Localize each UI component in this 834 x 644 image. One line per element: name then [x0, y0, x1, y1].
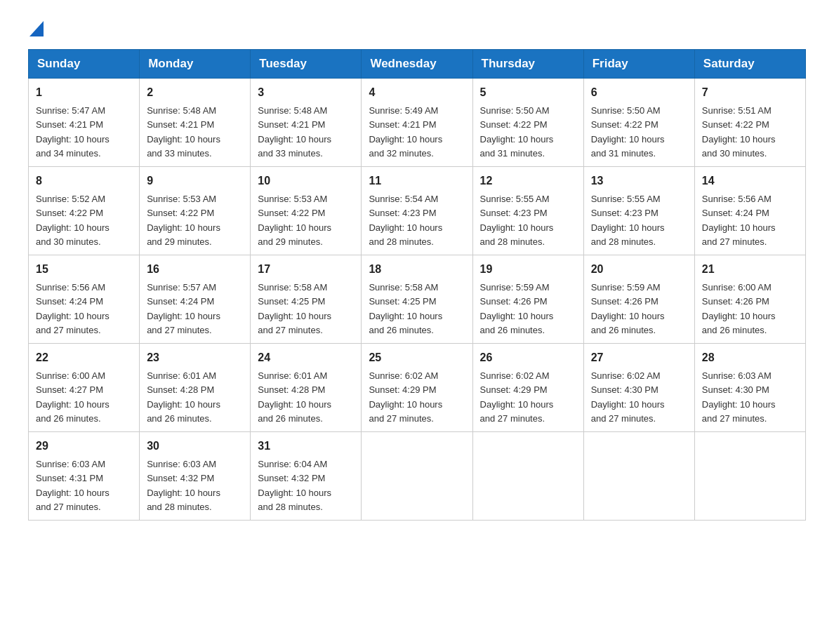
day-info: Sunrise: 5:53 AMSunset: 4:22 PMDaylight:… [258, 194, 331, 247]
day-number: 16 [147, 261, 243, 278]
day-info: Sunrise: 6:01 AMSunset: 4:28 PMDaylight:… [258, 370, 331, 424]
day-info: Sunrise: 5:53 AMSunset: 4:22 PMDaylight:… [147, 194, 220, 247]
calendar-cell: 11Sunrise: 5:54 AMSunset: 4:23 PMDayligh… [362, 167, 472, 255]
calendar-cell: 10Sunrise: 5:53 AMSunset: 4:22 PMDayligh… [251, 167, 362, 255]
day-number: 29 [36, 438, 132, 455]
calendar-cell: 6Sunrise: 5:50 AMSunset: 4:22 PMDaylight… [583, 79, 694, 167]
calendar-week-row: 1Sunrise: 5:47 AMSunset: 4:21 PMDaylight… [29, 79, 806, 167]
day-info: Sunrise: 6:01 AMSunset: 4:28 PMDaylight:… [147, 370, 220, 424]
calendar-cell: 26Sunrise: 6:02 AMSunset: 4:29 PMDayligh… [472, 344, 583, 432]
day-info: Sunrise: 5:58 AMSunset: 4:25 PMDaylight:… [258, 282, 331, 335]
calendar-cell: 7Sunrise: 5:51 AMSunset: 4:22 PMDaylight… [694, 79, 805, 167]
calendar-cell [472, 432, 583, 521]
calendar-cell: 18Sunrise: 5:58 AMSunset: 4:25 PMDayligh… [362, 255, 472, 344]
day-number: 1 [36, 84, 132, 101]
day-number: 17 [258, 261, 354, 278]
calendar-cell: 9Sunrise: 5:53 AMSunset: 4:22 PMDaylight… [140, 167, 251, 255]
day-number: 10 [258, 173, 354, 189]
day-number: 8 [36, 173, 132, 189]
calendar-cell: 14Sunrise: 5:56 AMSunset: 4:24 PMDayligh… [694, 167, 805, 255]
calendar-cell: 23Sunrise: 6:01 AMSunset: 4:28 PMDayligh… [140, 344, 251, 432]
header-sunday: Sunday [29, 50, 140, 79]
calendar-cell: 16Sunrise: 5:57 AMSunset: 4:24 PMDayligh… [140, 255, 251, 344]
day-info: Sunrise: 6:02 AMSunset: 4:29 PMDaylight:… [369, 370, 442, 424]
day-info: Sunrise: 5:59 AMSunset: 4:26 PMDaylight:… [480, 282, 554, 335]
header-thursday: Thursday [472, 50, 583, 79]
day-info: Sunrise: 5:49 AMSunset: 4:21 PMDaylight:… [369, 105, 442, 159]
calendar-cell: 8Sunrise: 5:52 AMSunset: 4:22 PMDaylight… [29, 167, 140, 255]
day-info: Sunrise: 5:50 AMSunset: 4:22 PMDaylight:… [591, 105, 665, 159]
day-info: Sunrise: 6:00 AMSunset: 4:27 PMDaylight:… [36, 370, 110, 424]
calendar-cell: 29Sunrise: 6:03 AMSunset: 4:31 PMDayligh… [29, 432, 140, 521]
day-info: Sunrise: 5:54 AMSunset: 4:23 PMDaylight:… [369, 194, 442, 247]
day-info: Sunrise: 6:02 AMSunset: 4:30 PMDaylight:… [591, 370, 665, 424]
day-number: 11 [369, 173, 465, 189]
calendar-cell: 2Sunrise: 5:48 AMSunset: 4:21 PMDaylight… [140, 79, 251, 167]
calendar-cell: 22Sunrise: 6:00 AMSunset: 4:27 PMDayligh… [29, 344, 140, 432]
day-info: Sunrise: 5:48 AMSunset: 4:21 PMDaylight:… [147, 105, 220, 159]
day-info: Sunrise: 6:04 AMSunset: 4:32 PMDaylight:… [258, 459, 331, 512]
day-number: 2 [147, 84, 243, 101]
day-number: 20 [591, 261, 687, 278]
day-number: 19 [480, 261, 576, 278]
day-info: Sunrise: 6:03 AMSunset: 4:30 PMDaylight:… [702, 370, 776, 424]
calendar-cell: 3Sunrise: 5:48 AMSunset: 4:21 PMDaylight… [251, 79, 362, 167]
day-info: Sunrise: 6:00 AMSunset: 4:26 PMDaylight:… [702, 282, 776, 335]
day-info: Sunrise: 5:47 AMSunset: 4:21 PMDaylight:… [36, 105, 110, 159]
calendar-cell: 15Sunrise: 5:56 AMSunset: 4:24 PMDayligh… [29, 255, 140, 344]
calendar-week-row: 29Sunrise: 6:03 AMSunset: 4:31 PMDayligh… [29, 432, 806, 521]
day-number: 9 [147, 173, 243, 189]
logo-triangle-icon [29, 21, 44, 36]
day-number: 31 [258, 438, 354, 455]
calendar-cell: 30Sunrise: 6:03 AMSunset: 4:32 PMDayligh… [140, 432, 251, 521]
day-number: 25 [369, 349, 465, 366]
day-info: Sunrise: 5:57 AMSunset: 4:24 PMDaylight:… [147, 282, 220, 335]
day-number: 13 [591, 173, 687, 189]
calendar-cell: 1Sunrise: 5:47 AMSunset: 4:21 PMDaylight… [29, 79, 140, 167]
calendar-cell: 13Sunrise: 5:55 AMSunset: 4:23 PMDayligh… [583, 167, 694, 255]
header-friday: Friday [583, 50, 694, 79]
calendar-cell [694, 432, 805, 521]
calendar-cell [362, 432, 472, 521]
calendar-cell [583, 432, 694, 521]
page-header [28, 21, 806, 35]
day-info: Sunrise: 5:56 AMSunset: 4:24 PMDaylight:… [36, 282, 110, 335]
day-number: 12 [480, 173, 576, 189]
day-info: Sunrise: 5:59 AMSunset: 4:26 PMDaylight:… [591, 282, 665, 335]
calendar-week-row: 15Sunrise: 5:56 AMSunset: 4:24 PMDayligh… [29, 255, 806, 344]
day-info: Sunrise: 5:55 AMSunset: 4:23 PMDaylight:… [480, 194, 554, 247]
day-number: 21 [702, 261, 798, 278]
calendar-cell: 12Sunrise: 5:55 AMSunset: 4:23 PMDayligh… [472, 167, 583, 255]
header-tuesday: Tuesday [251, 50, 362, 79]
day-info: Sunrise: 5:55 AMSunset: 4:23 PMDaylight:… [591, 194, 665, 247]
day-number: 5 [480, 84, 576, 101]
calendar-cell: 17Sunrise: 5:58 AMSunset: 4:25 PMDayligh… [251, 255, 362, 344]
day-number: 24 [258, 349, 354, 366]
day-number: 22 [36, 349, 132, 366]
calendar-table: SundayMondayTuesdayWednesdayThursdayFrid… [28, 49, 806, 521]
calendar-cell: 21Sunrise: 6:00 AMSunset: 4:26 PMDayligh… [694, 255, 805, 344]
day-number: 3 [258, 84, 354, 101]
calendar-cell: 24Sunrise: 6:01 AMSunset: 4:28 PMDayligh… [251, 344, 362, 432]
day-info: Sunrise: 6:03 AMSunset: 4:32 PMDaylight:… [147, 459, 220, 512]
day-number: 14 [702, 173, 798, 189]
day-info: Sunrise: 5:52 AMSunset: 4:22 PMDaylight:… [36, 194, 110, 247]
day-info: Sunrise: 5:48 AMSunset: 4:21 PMDaylight:… [258, 105, 331, 159]
header-saturday: Saturday [694, 50, 805, 79]
svg-marker-0 [29, 21, 44, 36]
logo [28, 21, 44, 35]
header-wednesday: Wednesday [362, 50, 472, 79]
calendar-cell: 4Sunrise: 5:49 AMSunset: 4:21 PMDaylight… [362, 79, 472, 167]
day-number: 26 [480, 349, 576, 366]
calendar-cell: 5Sunrise: 5:50 AMSunset: 4:22 PMDaylight… [472, 79, 583, 167]
day-number: 28 [702, 349, 798, 366]
calendar-cell: 27Sunrise: 6:02 AMSunset: 4:30 PMDayligh… [583, 344, 694, 432]
day-number: 15 [36, 261, 132, 278]
day-info: Sunrise: 5:56 AMSunset: 4:24 PMDaylight:… [702, 194, 776, 247]
calendar-cell: 28Sunrise: 6:03 AMSunset: 4:30 PMDayligh… [694, 344, 805, 432]
day-number: 30 [147, 438, 243, 455]
day-number: 23 [147, 349, 243, 366]
calendar-cell: 31Sunrise: 6:04 AMSunset: 4:32 PMDayligh… [251, 432, 362, 521]
day-info: Sunrise: 5:58 AMSunset: 4:25 PMDaylight:… [369, 282, 442, 335]
day-info: Sunrise: 5:51 AMSunset: 4:22 PMDaylight:… [702, 105, 776, 159]
